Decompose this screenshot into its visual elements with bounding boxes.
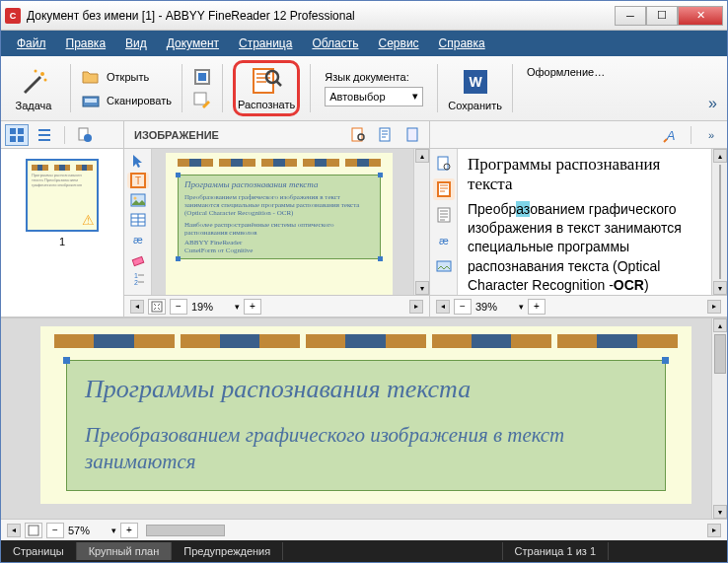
text-canvas[interactable]: Программы распознавания текста Преобразо… [458, 149, 711, 295]
fit-button[interactable] [25, 523, 42, 538]
ttool-4[interactable]: æ [433, 230, 455, 251]
closeup-panel: Программы распознавания текста Преобразо… [1, 318, 727, 540]
chevron-down-icon[interactable]: ▾ [235, 302, 240, 312]
closeup-zoom-bar: ◂ − 57% ▾ + ▸ [1, 519, 727, 540]
chevron-down-icon[interactable]: ▾ [111, 526, 116, 535]
closeup-vscroll[interactable]: ▴ ▾ [711, 318, 727, 519]
svg-text:2: 2 [134, 279, 138, 286]
ae-icon: æ [436, 233, 452, 248]
svg-rect-14 [10, 136, 16, 142]
svg-point-25 [133, 197, 136, 200]
tool-cursor[interactable] [127, 153, 149, 169]
svg-rect-28 [132, 256, 143, 265]
tool-text-area[interactable]: T [127, 173, 149, 188]
scroll-up-icon[interactable]: ▴ [415, 149, 429, 163]
scroll-down-icon[interactable]: ▾ [415, 281, 429, 295]
scroll-down-icon[interactable]: ▾ [713, 505, 727, 519]
cursor-icon [130, 153, 146, 169]
image-vscroll[interactable]: ▴ ▾ [413, 149, 429, 295]
hscroll-right[interactable]: ▸ [707, 524, 721, 537]
hscroll-left[interactable]: ◂ [7, 524, 21, 537]
open-button[interactable]: Открыть [81, 67, 172, 87]
tool-order[interactable]: 12 [127, 271, 149, 287]
language-label: Язык документа: [325, 71, 408, 83]
page-settings-button[interactable] [73, 124, 97, 146]
thumbnails-icon [9, 127, 25, 143]
scroll-up-icon[interactable]: ▴ [713, 318, 727, 332]
recognize-button[interactable]: Распознать [238, 65, 295, 110]
hscroll-left[interactable]: ◂ [130, 300, 144, 314]
titlebar: C Документ без имени [1] - ABBYY FineRea… [1, 1, 727, 31]
view-list-button[interactable] [33, 124, 56, 146]
page-text-icon [436, 181, 452, 197]
menu-document[interactable]: Документ [159, 33, 227, 54]
svg-rect-12 [10, 128, 16, 134]
ribbon-expand[interactable]: » [704, 93, 721, 116]
svg-point-2 [44, 78, 47, 81]
text-paragraph: Преобразованием графического изображения… [468, 200, 701, 295]
menu-page[interactable]: Страница [231, 33, 300, 54]
img-tool-1[interactable] [346, 124, 370, 146]
minimize-button[interactable]: ─ [615, 6, 646, 26]
tool-eraser[interactable] [127, 251, 149, 267]
menu-help[interactable]: Справка [431, 33, 493, 54]
zoom-in-button[interactable]: + [244, 299, 261, 315]
svg-text:A: A [666, 128, 676, 143]
scroll-up-icon[interactable]: ▴ [713, 149, 727, 163]
zoom-out-button[interactable]: − [454, 299, 472, 315]
zoom-in-button[interactable]: + [120, 523, 138, 538]
zoom-in-button[interactable]: + [528, 299, 546, 315]
text-vscroll[interactable]: ▴ ▾ [711, 149, 727, 295]
img-tool-2[interactable] [374, 124, 398, 146]
ttool-2[interactable] [433, 178, 455, 200]
tool-table-area[interactable] [127, 212, 149, 228]
edit-image-button[interactable] [192, 67, 212, 87]
maximize-button[interactable]: ☐ [646, 6, 678, 26]
task-button[interactable]: Задача [7, 60, 60, 116]
edit-button[interactable] [192, 91, 212, 110]
text-zoom-value: 39% [475, 301, 515, 313]
closeup-canvas[interactable]: Программы распознавания текста Преобразо… [1, 318, 711, 519]
page-lines-icon [436, 207, 452, 223]
menu-file[interactable]: Файл [9, 33, 54, 54]
menu-view[interactable]: Вид [117, 33, 155, 54]
pages-panel: Программы распознавания текста Преобразо… [1, 121, 124, 317]
text-tool-expand[interactable]: » [699, 124, 723, 146]
text-side-tools: æ [430, 149, 458, 295]
zoom-out-button[interactable]: − [46, 523, 64, 538]
ttool-3[interactable] [433, 204, 455, 226]
text-heading: Программы распознавания текста [468, 155, 701, 194]
language-dropdown[interactable]: Автовыбор ▾ [325, 87, 423, 106]
close-button[interactable]: ✕ [678, 6, 723, 26]
text-tool-format[interactable]: A [659, 124, 683, 146]
hscroll-right[interactable]: ▸ [707, 300, 721, 314]
ttool-1[interactable] [433, 153, 455, 175]
page-magnify-icon [350, 127, 366, 143]
menu-area[interactable]: Область [304, 33, 366, 54]
status-tab-closeup[interactable]: Крупный план [77, 542, 173, 560]
page-thumbnail[interactable]: Программы распознавания текста Преобразо… [26, 159, 99, 232]
ttool-5[interactable] [433, 255, 455, 277]
menu-service[interactable]: Сервис [371, 33, 427, 54]
svg-rect-39 [29, 526, 38, 535]
view-thumbs-button[interactable] [5, 124, 29, 146]
save-button[interactable]: W Сохранить [448, 60, 502, 116]
chevron-down-icon[interactable]: ▾ [519, 302, 524, 312]
scroll-down-icon[interactable]: ▾ [713, 281, 727, 295]
hscroll-left[interactable]: ◂ [436, 300, 450, 314]
page-gear-icon [77, 127, 93, 143]
menu-edit[interactable]: Правка [58, 33, 114, 54]
scan-button[interactable]: Сканировать [81, 91, 172, 110]
hscroll-right[interactable]: ▸ [409, 300, 423, 314]
fit-button[interactable] [148, 299, 166, 315]
image-canvas[interactable]: Программы распознавания текста Преобразо… [152, 149, 413, 295]
zoom-out-button[interactable]: − [170, 299, 187, 315]
status-tab-warnings[interactable]: Предупреждения [172, 542, 283, 560]
tool-special[interactable]: æ [127, 232, 149, 247]
img-tool-3[interactable] [401, 124, 425, 146]
tool-image-area[interactable] [127, 192, 149, 208]
svg-rect-4 [85, 99, 97, 103]
design-button[interactable]: Оформление… [527, 66, 605, 78]
status-tab-pages[interactable]: Страницы [1, 542, 77, 560]
image-zoom-value: 19% [191, 301, 231, 313]
